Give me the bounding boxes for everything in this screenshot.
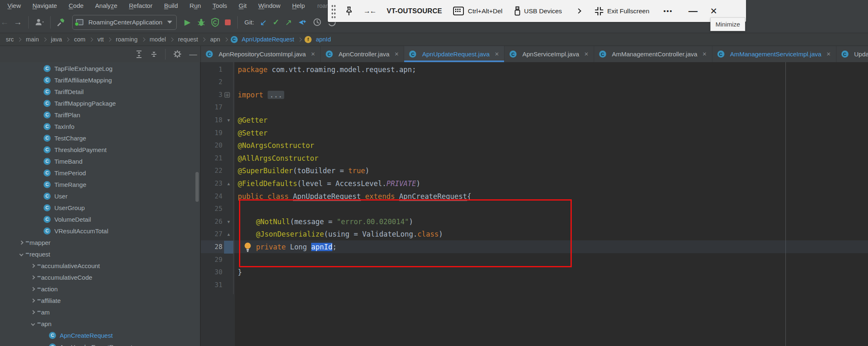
run-with-coverage-button[interactable] xyxy=(211,16,219,29)
code-line-2[interactable]: 2 xyxy=(201,76,868,89)
pin-icon[interactable] xyxy=(345,5,353,18)
code-line-3[interactable]: 3+import ... xyxy=(201,88,868,101)
tab-ammanagementserviceimpl-java[interactable]: CAmManagementServiceImpl.java✕ xyxy=(712,46,836,62)
breadcrumb-item[interactable]: request xyxy=(176,36,200,43)
build-hammer-icon[interactable] xyxy=(56,16,66,29)
breadcrumb-item[interactable]: apn xyxy=(208,36,222,43)
tree-item-TariffDetail[interactable]: CTariffDetail xyxy=(0,86,200,97)
tab-apncontroller-java[interactable]: CApnController.java✕ xyxy=(321,46,404,62)
tree-chevron-icon[interactable] xyxy=(17,238,26,247)
menu-item-navigate[interactable]: Navigate xyxy=(27,0,63,12)
git-commit-button[interactable]: ✓ xyxy=(273,16,279,29)
lightbulb-icon[interactable] xyxy=(243,242,252,252)
tree-item-TapFileExchangeLog[interactable]: CTapFileExchangeLog xyxy=(0,63,200,74)
more-options-button[interactable]: ••• xyxy=(663,7,673,15)
tree-item-TestCharge[interactable]: CTestCharge xyxy=(0,132,200,144)
tree-item-User[interactable]: CUser xyxy=(0,190,200,202)
menu-item-refactor[interactable]: Refactor xyxy=(123,0,158,12)
history-icon[interactable] xyxy=(313,16,322,29)
tree-item-TariffMappingPackage[interactable]: CTariffMappingPackage xyxy=(0,97,200,109)
run-button[interactable]: ▶ xyxy=(184,16,190,29)
tree-chevron-icon[interactable] xyxy=(28,296,37,305)
code-editor[interactable]: 1package com.vtt.roaming.model.request.a… xyxy=(201,62,868,346)
code-line-31[interactable]: 31 xyxy=(201,278,868,291)
stop-button[interactable] xyxy=(225,16,231,29)
collapse-all-icon[interactable] xyxy=(150,48,158,61)
code-line-22[interactable]: 22@SuperBuilder(toBuilder = true) xyxy=(201,165,868,177)
code-line-18[interactable]: 18▾@Getter xyxy=(201,114,868,126)
tree-item-TimePeriod[interactable]: CTimePeriod xyxy=(0,167,200,179)
tree-item-action[interactable]: action xyxy=(0,283,200,295)
tree-item-TaxInfo[interactable]: CTaxInfo xyxy=(0,121,200,132)
tree-chevron-icon[interactable] xyxy=(28,261,37,270)
close-tab-icon[interactable]: ✕ xyxy=(310,50,316,58)
code-line-17[interactable]: 17 xyxy=(201,101,868,114)
minimize-button[interactable]: — xyxy=(688,6,697,17)
tree-item-TimeRange[interactable]: CTimeRange xyxy=(0,179,200,190)
gear-icon[interactable] xyxy=(173,48,182,61)
forward-button[interactable]: → xyxy=(12,16,23,29)
breadcrumb-item[interactable]: java xyxy=(49,36,64,43)
code-line-25[interactable]: 25 xyxy=(201,203,868,215)
close-tab-icon[interactable]: ✕ xyxy=(583,50,590,58)
code-line-30[interactable]: 30} xyxy=(201,266,868,279)
breadcrumb-item[interactable]: model xyxy=(148,36,168,43)
close-tab-icon[interactable]: ✕ xyxy=(826,50,832,58)
breadcrumb-item[interactable]: vtt xyxy=(96,36,105,43)
breadcrumb-item[interactable]: src xyxy=(4,36,15,43)
exit-fullscreen-button[interactable]: Exit Fullscreen xyxy=(607,7,649,15)
chevron-right-icon[interactable] xyxy=(576,8,582,14)
git-shelve-icon[interactable] xyxy=(298,16,307,29)
tree-item-ApnCreateRequest[interactable]: CApnCreateRequest xyxy=(0,329,200,341)
breadcrumb-item[interactable]: main xyxy=(24,36,40,43)
fold-marker-icon[interactable]: ▾ xyxy=(227,219,230,224)
menu-item-code[interactable]: Code xyxy=(63,0,89,12)
code-line-21[interactable]: 21@AllArgsConstructor xyxy=(201,152,868,165)
code-line-19[interactable]: 19@Setter xyxy=(201,126,868,139)
tab-ammanagementcontroller-java[interactable]: CAmManagementController.java✕ xyxy=(594,46,712,62)
close-tab-icon[interactable]: ✕ xyxy=(702,50,708,58)
code-line-20[interactable]: 20@NoArgsConstructor xyxy=(201,139,868,152)
fold-expand-icon[interactable]: + xyxy=(224,92,230,97)
ctrl-alt-del-button[interactable]: Ctrl+Alt+Del xyxy=(468,7,503,15)
git-push-button[interactable]: ↗ xyxy=(285,16,292,29)
profile-icon[interactable] xyxy=(34,16,45,29)
tab-apnupdaterequest-java[interactable]: CApnUpdateRequest.java✕ xyxy=(404,46,505,62)
toolbar-grip-handle[interactable] xyxy=(331,4,336,18)
tab-apnrepositorycustomimpl-java[interactable]: CApnRepositoryCustomImpl.java✕ xyxy=(201,46,321,62)
menu-item-help[interactable]: Help xyxy=(286,0,311,12)
code-line-27[interactable]: 27▴@JsonDeserialize(using = ValidateLong… xyxy=(201,228,868,241)
usb-devices-button[interactable]: USB Devices xyxy=(524,7,562,15)
debug-button[interactable] xyxy=(197,16,205,29)
breadcrumb-field-item[interactable]: apnId xyxy=(314,36,332,43)
code-line-23[interactable]: 23▴@FieldDefaults(level = AccessLevel.PR… xyxy=(201,177,868,190)
close-tab-icon[interactable]: ✕ xyxy=(494,50,500,58)
collapse-toolbar-icon[interactable]: →← xyxy=(363,5,376,18)
breadcrumb-item[interactable]: roaming xyxy=(114,36,139,43)
code-line-1[interactable]: 1package com.vtt.roaming.model.request.a… xyxy=(201,63,868,76)
run-configuration-select[interactable]: RoamingCenterApplication xyxy=(72,15,177,30)
menu-item-git[interactable]: Git xyxy=(233,0,252,12)
tree-chevron-icon[interactable] xyxy=(28,273,37,282)
code-line-29[interactable]: 29 xyxy=(201,253,868,266)
breadcrumb-item[interactable]: com xyxy=(72,36,87,43)
code-line-24[interactable]: 24public class ApnUpdateRequest extends … xyxy=(201,190,868,203)
menu-item-analyze[interactable]: Analyze xyxy=(89,0,123,12)
tree-item-ThresholdPayment[interactable]: CThresholdPayment xyxy=(0,144,200,155)
tree-item-VolumeDetail[interactable]: CVolumeDetail xyxy=(0,213,200,225)
close-button[interactable]: ✕ xyxy=(710,6,717,16)
tree-chevron-icon[interactable] xyxy=(17,249,26,259)
tree-item-mapper[interactable]: mapper xyxy=(0,237,200,248)
tree-item-TimeBand[interactable]: CTimeBand xyxy=(0,155,200,167)
code-line-28[interactable]: 28private Long apnId; xyxy=(201,240,868,253)
menu-item-window[interactable]: Window xyxy=(253,0,286,12)
tree-item-apn[interactable]: apn xyxy=(0,318,200,329)
code-line-26[interactable]: 26▾@NotNull(message = "error.00.020014") xyxy=(201,215,868,228)
menu-item-tools[interactable]: Tools xyxy=(207,0,233,12)
close-tab-icon[interactable]: ✕ xyxy=(394,50,400,58)
menu-item-view[interactable]: View xyxy=(2,0,27,12)
fold-marker-icon[interactable]: ▾ xyxy=(227,118,230,123)
tree-item-UserGroup[interactable]: CUserGroup xyxy=(0,202,200,213)
tree-item-VResultAccumTotal[interactable]: CVResultAccumTotal xyxy=(0,225,200,237)
expand-all-icon[interactable] xyxy=(135,48,143,61)
